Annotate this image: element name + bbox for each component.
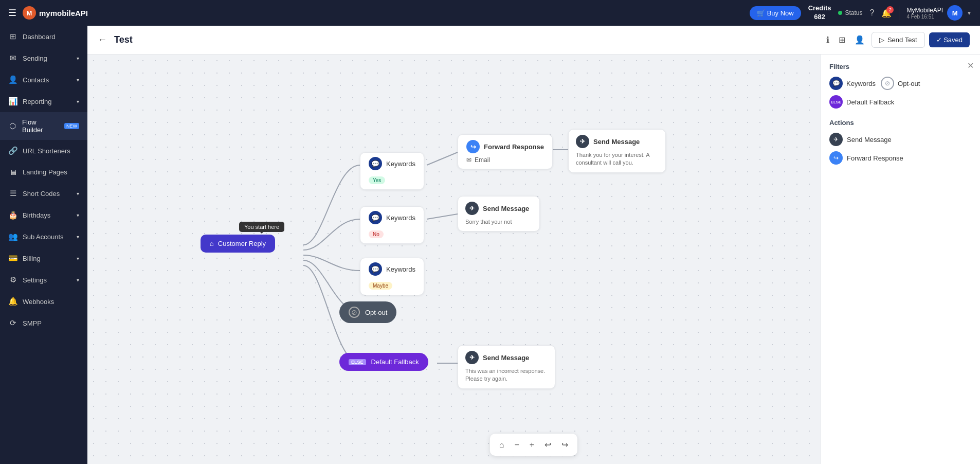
sidebar-item-flow-builder[interactable]: ⬡ Flow Builder NEW [0,112,87,140]
forward-response-email: ✉ Email [466,156,544,164]
home-button[interactable]: ⌂ [497,438,506,452]
topnav: ☰ M mymobileAPI 🛒 Buy Now Credits 682 St… [0,0,980,26]
saved-button[interactable]: ✓ Saved [929,32,970,47]
info-button[interactable]: ℹ [824,32,832,47]
sidebar-item-sub-accounts[interactable]: 👥 Sub Accounts ▾ [0,226,87,247]
undo-button[interactable]: ↩ [542,438,553,452]
filter-keywords[interactable]: 💬 Keywords [829,77,876,90]
status-indicator: Status [838,9,862,16]
sidebar-item-webhooks[interactable]: 🔔 Webhooks [0,291,87,312]
keywords-yes-label: Keywords [386,160,415,168]
user-name: MyMobileAPI [906,7,943,14]
sending-icon: ✉ [8,53,17,63]
sidebar-item-settings[interactable]: ⚙ Settings ▾ [0,269,87,291]
back-button[interactable]: ← [98,34,107,45]
billing-chevron-icon: ▾ [77,256,79,261]
hamburger-menu[interactable]: ☰ [8,7,16,19]
filter-optout[interactable]: ⊘ Opt-out [881,77,920,90]
action-send-message[interactable]: ✈ Send Message [829,133,972,146]
right-panel: ✕ Filters 💬 Keywords ⊘ Opt-out ELSE Defa… [821,55,980,464]
sidebar-label-birthdays: Birthdays [23,211,50,219]
send-message-3-text: This was an incorrect response. Please t… [465,367,548,383]
send-test-label: Send Test [887,36,917,44]
optout-icon: ⊘ [349,307,360,318]
send-message-3-node[interactable]: ✈ Send Message This was an incorrect res… [458,345,555,389]
user-profile[interactable]: MyMobileAPI 4 Feb 16:51 M ▼ [906,5,972,21]
sidebar-item-sending[interactable]: ✉ Sending ▾ [0,47,87,69]
main-content: ← Test ℹ ⊞ 👤 ▷ Send Test ✓ Saved [87,26,980,464]
redo-button[interactable]: ↪ [559,438,570,452]
flow-canvas[interactable]: You start here ⌂ Customer Reply 💬 Keywor… [87,55,980,464]
forward-response-label: Forward Response [484,143,544,151]
sidebar-label-landing-pages: Landing Pages [23,168,67,176]
birthdays-chevron-icon: ▾ [77,212,79,218]
billing-icon: 💳 [8,254,17,263]
sidebar-item-url-shorteners[interactable]: 🔗 URL Shorteners [0,140,87,162]
panel-close-button[interactable]: ✕ [967,61,974,70]
logo-letter: M [23,6,36,20]
sidebar-item-landing-pages[interactable]: 🖥 Landing Pages [0,162,87,183]
send-message-2-label: Send Message [483,205,529,212]
send-message-3-icon: ✈ [465,351,479,364]
optout-node[interactable]: ⊘ Opt-out [339,301,396,323]
sub-accounts-icon: 👥 [8,232,17,241]
sidebar-item-contacts[interactable]: 👤 Contacts ▾ [0,69,87,91]
buy-now-button[interactable]: 🛒 Buy Now [750,6,801,20]
webhooks-icon: 🔔 [8,297,17,306]
dashboard-icon: ⊞ [8,32,17,41]
keywords-yes-top: 💬 Keywords [369,157,415,170]
sidebar-label-flow-builder: Flow Builder [22,118,57,134]
sidebar-label-short-codes: Short Codes [23,190,60,198]
sidebar-label-reporting: Reporting [23,98,51,105]
send-message-2-title: ✈ Send Message [465,202,532,215]
flow-builder-icon: ⬡ [8,121,17,131]
keywords-yes-node[interactable]: 💬 Keywords Yes [360,152,424,190]
sidebar-item-smpp[interactable]: ⟳ SMPP [0,312,87,334]
keywords-no-node[interactable]: 💬 Keywords No [360,206,424,244]
sidebar-item-dashboard[interactable]: ⊞ Dashboard [0,26,87,47]
email-icon: ✉ [466,156,471,164]
url-shorteners-icon: 🔗 [8,146,17,155]
user-settings-button[interactable]: 👤 [852,32,867,47]
sidebar-item-billing[interactable]: 💳 Billing ▾ [0,247,87,269]
status-dot [838,11,842,15]
customer-reply-node[interactable]: ⌂ Customer Reply [201,235,275,253]
send-message-2-node[interactable]: ✈ Send Message Sorry that your not [458,196,540,231]
send-message-3-title: ✈ Send Message [465,351,548,364]
filter-fallback[interactable]: ELSE Default Fallback [829,95,894,109]
sidebar-label-settings: Settings [23,276,47,284]
contacts-icon: 👤 [8,75,17,84]
forward-response-node[interactable]: ↪ Forward Response ✉ Email [458,134,553,169]
sidebar-label-url-shorteners: URL Shorteners [23,147,70,155]
keywords-yes-icon: 💬 [369,157,382,170]
sidebar-item-short-codes[interactable]: ☰ Short Codes ▾ [0,183,87,204]
sidebar-item-birthdays[interactable]: 🎂 Birthdays ▾ [0,204,87,226]
help-icon[interactable]: ? [870,8,875,17]
keywords-yes-tag: Yes [369,176,385,184]
zoom-in-button[interactable]: + [528,438,536,452]
credits-box: Credits 682 [808,4,831,22]
user-avatar: M [947,5,963,21]
keywords-no-tag: No [369,230,384,238]
keywords-maybe-node[interactable]: 💬 Keywords Maybe [360,258,424,295]
contacts-chevron-icon: ▾ [77,77,79,83]
notification-icon[interactable]: 🔔 2 [881,8,892,18]
action-forward-response[interactable]: ↪ Forward Response [829,151,972,165]
send-message-2-text: Sorry that your not [465,218,532,226]
customer-reply-label: Customer Reply [218,240,266,247]
filters-section-title: Filters [829,63,972,70]
flow-builder-new-badge: NEW [64,123,79,129]
keywords-no-icon: 💬 [369,211,382,224]
default-fallback-node[interactable]: ELSE Default Fallback [339,353,428,371]
sidebar-label-sending: Sending [23,55,47,62]
filter-optout-label: Opt-out [898,80,920,87]
filter-optout-icon: ⊘ [881,77,894,90]
send-message-1-node[interactable]: ✈ Send Message Thank you for your intere… [568,129,666,173]
send-message-1-text: Thank you for your interest. A consultan… [576,151,658,167]
grid-view-button[interactable]: ⊞ [836,32,848,47]
zoom-out-button[interactable]: − [512,438,521,452]
start-tooltip: You start here [239,222,284,232]
logo: M mymobileAPI [23,6,88,20]
send-test-button[interactable]: ▷ Send Test [872,32,925,48]
sidebar-item-reporting[interactable]: 📊 Reporting ▾ [0,91,87,112]
